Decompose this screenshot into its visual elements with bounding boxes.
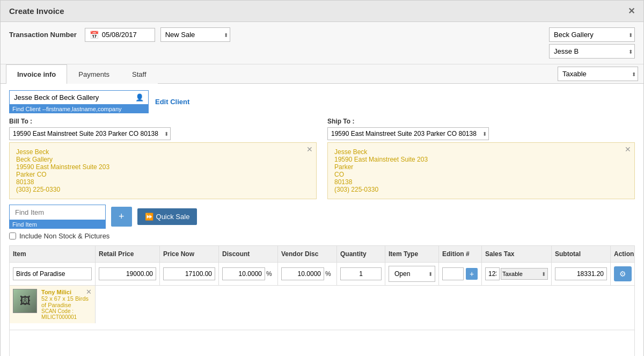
- non-stock-checkbox[interactable]: [9, 233, 16, 239]
- client-hint: Find Client --firstname,lastname,company: [9, 105, 149, 113]
- sales-tax-type-select[interactable]: Taxable Non-Taxable Tax Exempt: [501, 268, 548, 280]
- item-type-select[interactable]: Open Limited Edition Original: [392, 268, 449, 280]
- bill-to-dropdown[interactable]: 19590 East Mainstreet Suite 203 Parker C…: [9, 127, 171, 140]
- bill-to-card-close[interactable]: ✕: [306, 145, 313, 154]
- bill-to-line-2: Beck Gallery: [16, 156, 310, 163]
- price-now-input[interactable]: [163, 267, 215, 280]
- table-row: % % Open: [9, 262, 635, 285]
- sales-tax-input[interactable]: [485, 267, 500, 280]
- item-detail-text: Tony Milici 52 x 67 x 15 Birds of Paradi…: [41, 289, 92, 320]
- tax-type-dropdown[interactable]: Taxable Non-Taxable Tax Exempt: [558, 67, 638, 81]
- close-button[interactable]: ✕: [628, 6, 635, 16]
- header-discount: Discount: [219, 246, 278, 262]
- header-item-type: Item Type: [385, 246, 439, 262]
- item-detail-empty: [10, 323, 634, 330]
- tax-type-wrapper: Taxable Non-Taxable Tax Exempt: [558, 67, 638, 81]
- bill-to-line-4: Parker CO: [16, 171, 310, 178]
- header-sales-tax: Sales Tax: [482, 246, 552, 262]
- row-action[interactable]: ⚙: [611, 263, 644, 285]
- ship-to-line-6: (303) 225-0330: [334, 186, 628, 193]
- find-item-input[interactable]: [9, 205, 106, 220]
- ship-to-line-1: Jesse Beck: [334, 148, 628, 156]
- subtotal-input[interactable]: [555, 267, 607, 280]
- artwork-title: 52 x 67 x 15 Birds of Paradise: [41, 295, 92, 308]
- ship-to-select[interactable]: 19590 East Mainstreet Suite 203 Parker C…: [327, 127, 489, 140]
- row-item[interactable]: [10, 263, 96, 285]
- artist-name: Tony Milici: [41, 289, 92, 295]
- date-input[interactable]: [102, 31, 150, 39]
- ship-to-dropdown[interactable]: 19590 East Mainstreet Suite 203 Parker C…: [327, 127, 489, 140]
- header-item: Item: [10, 246, 96, 262]
- header-subtotal: Subtotal: [552, 246, 611, 262]
- staff-select[interactable]: Jesse B Other Staff: [549, 44, 635, 59]
- quick-sale-label: Quick Sale: [156, 213, 190, 221]
- header-edition: Edition #: [439, 246, 482, 262]
- date-field: 📅: [85, 28, 155, 42]
- bill-to-line-3: 19590 East Mainstreet Suite 203: [16, 163, 310, 171]
- row-subtotal: [552, 263, 611, 285]
- ship-to-line-2: 19590 East Mainstreet Suite 203: [334, 156, 628, 163]
- ship-to-label: Ship To :: [327, 118, 635, 125]
- header-quantity: Quantity: [337, 246, 385, 262]
- bill-to-select[interactable]: 19590 East Mainstreet Suite 203 Parker C…: [9, 127, 171, 140]
- transaction-label: Transaction Number: [9, 31, 77, 39]
- item-detail-close[interactable]: ✕: [86, 288, 92, 296]
- discount-input[interactable]: [222, 267, 265, 280]
- staff-dropdown[interactable]: Jesse B Other Staff: [549, 44, 635, 59]
- bill-to-line-5: 80138: [16, 178, 310, 186]
- ship-to-card-close[interactable]: ✕: [625, 145, 631, 154]
- gallery-dropdown[interactable]: Beck Gallery Other Gallery: [549, 27, 635, 42]
- row-retail-price[interactable]: [96, 263, 160, 285]
- table-header: Item Retail Price Price Now Discount Ven…: [9, 245, 635, 262]
- bill-to-card: ✕ Jesse Beck Beck Gallery 19590 East Mai…: [9, 142, 317, 199]
- row-quantity[interactable]: [337, 263, 385, 285]
- tab-payments[interactable]: Payments: [67, 64, 121, 84]
- calendar-icon[interactable]: 📅: [90, 31, 99, 39]
- ship-to-line-5: 80138: [334, 178, 628, 186]
- item-detail-row: ✕ 🖼 Tony Milici 52 x 67 x 15 Birds of Pa…: [9, 285, 635, 330]
- bill-to-block: Bill To : 19590 East Mainstreet Suite 20…: [9, 118, 317, 199]
- add-item-button[interactable]: +: [111, 207, 132, 227]
- vendor-disc-input[interactable]: [281, 267, 324, 280]
- find-item-hint: Find Item: [9, 220, 106, 229]
- action-button[interactable]: ⚙: [614, 266, 632, 281]
- row-vendor-disc[interactable]: %: [278, 263, 337, 285]
- edit-client-link[interactable]: Edit Client: [155, 98, 189, 106]
- ship-to-card: ✕ Jesse Beck 19590 East Mainstreet Suite…: [327, 142, 635, 199]
- ship-to-line-4: CO: [334, 171, 628, 178]
- item-detail-cell: ✕ 🖼 Tony Milici 52 x 67 x 15 Birds of Pa…: [10, 286, 96, 323]
- person-icon: 👤: [135, 93, 144, 101]
- gallery-select[interactable]: Beck Gallery Other Gallery: [549, 27, 635, 42]
- table-spacer: [9, 330, 635, 356]
- ship-to-block: Ship To : 19590 East Mainstreet Suite 20…: [327, 118, 635, 199]
- invoice-table: Item Retail Price Price Now Discount Ven…: [9, 245, 635, 356]
- scan-code: SCAN Code : MILICT000001: [41, 308, 92, 320]
- modal-title: Create Invoice: [9, 6, 64, 16]
- row-discount[interactable]: %: [219, 263, 278, 285]
- retail-price-input[interactable]: [99, 267, 156, 280]
- tab-staff[interactable]: Staff: [121, 64, 158, 84]
- bill-to-line-6: (303) 225-0330: [16, 186, 310, 193]
- client-input[interactable]: [14, 93, 132, 101]
- row-item-type[interactable]: Open Limited Edition Original: [385, 263, 439, 285]
- edition-plus-button[interactable]: +: [466, 268, 478, 280]
- vendor-disc-percent-sign: %: [325, 270, 331, 278]
- row-sales-tax[interactable]: Taxable Non-Taxable Tax Exempt: [482, 263, 552, 285]
- sale-type-select[interactable]: New Sale Layaway Return: [160, 27, 230, 42]
- quick-sale-button[interactable]: ⏩ Quick Sale: [137, 208, 197, 225]
- client-input-wrap: 👤 Find Client --firstname,lastname,compa…: [9, 90, 149, 113]
- row-price-now[interactable]: [160, 263, 219, 285]
- quantity-input[interactable]: [340, 267, 382, 280]
- sale-type-dropdown[interactable]: New Sale Layaway Return: [160, 27, 230, 42]
- item-name-input[interactable]: [13, 267, 92, 280]
- bill-to-label: Bill To :: [9, 118, 317, 125]
- discount-percent-sign: %: [266, 270, 272, 278]
- item-thumbnail: 🖼: [13, 289, 37, 313]
- header-vendor-disc: Vendor Disc: [278, 246, 337, 262]
- tab-invoice-info[interactable]: Invoice info: [6, 64, 67, 84]
- sales-tax-type-dropdown[interactable]: Taxable Non-Taxable Tax Exempt: [501, 268, 548, 280]
- find-item-wrap: Find Item: [9, 205, 106, 229]
- tax-type-select[interactable]: Taxable Non-Taxable Tax Exempt: [558, 67, 638, 81]
- header-action: Action: [611, 246, 644, 262]
- ship-to-line-3: Parker: [334, 163, 628, 171]
